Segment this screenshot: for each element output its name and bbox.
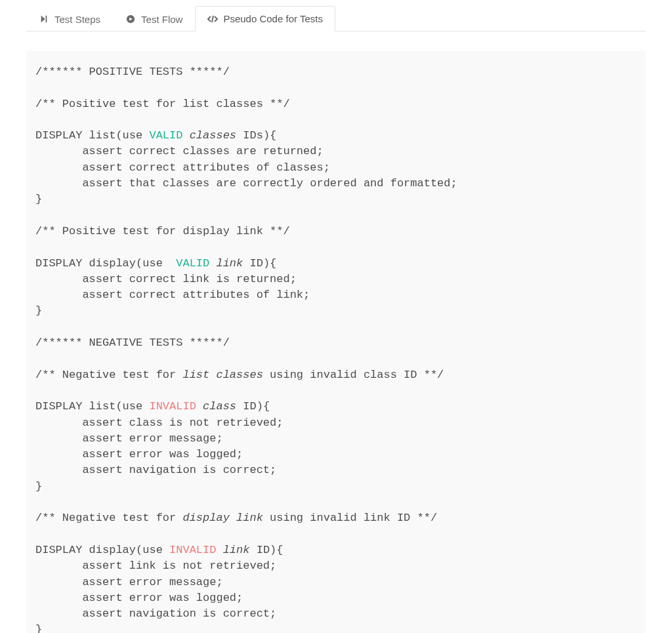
tab-pseudo-code[interactable]: Pseudo Code for Tests — [195, 6, 335, 31]
code-line: assert correct attributes of classes; — [35, 161, 330, 174]
code-token: using invalid class ID **/ — [263, 369, 444, 381]
code-token-valid: VALID — [149, 129, 182, 142]
code-token: ID){ — [249, 544, 283, 556]
code-token: DISPLAY list(use — [35, 400, 149, 413]
code-token: DISPLAY display(use — [35, 257, 176, 270]
code-token-italic: classes — [190, 129, 236, 142]
code-line: } — [35, 193, 42, 205]
pseudo-code-block: /****** POSITIVE TESTS *****/ /** Positi… — [26, 51, 646, 633]
code-line: /** Positive test for display link **/ — [35, 225, 290, 237]
code-line: assert error was logged; — [35, 448, 243, 460]
code-line: assert error was logged; — [35, 592, 243, 604]
code-line: } — [35, 480, 42, 493]
tab-bar: Test Steps Test Flow Pseudo Code for Tes… — [26, 0, 646, 31]
code-line: assert correct link is returned; — [35, 273, 297, 285]
code-line: } — [35, 623, 42, 633]
code-line: } — [35, 304, 42, 317]
tab-label: Test Steps — [54, 14, 100, 25]
svg-rect-0 — [46, 16, 47, 23]
skip-end-icon — [39, 14, 49, 24]
code-token-invalid: INVALID — [169, 544, 216, 556]
tab-test-flow[interactable]: Test Flow — [113, 6, 195, 31]
code-line: assert that classes are correctly ordere… — [35, 177, 457, 190]
code-line: assert navigation is correct; — [35, 464, 276, 476]
code-line: assert error message; — [35, 432, 223, 445]
code-token-italic: link — [216, 257, 243, 270]
code-token: /** Negative test for — [35, 369, 182, 381]
circle-arrow-icon — [125, 14, 136, 24]
code-token — [196, 400, 203, 413]
code-line: /****** NEGATIVE TESTS *****/ — [35, 337, 230, 349]
code-line: assert navigation is correct; — [35, 607, 276, 620]
code-token — [209, 257, 216, 270]
code-token — [182, 129, 189, 142]
code-token: using invalid link ID **/ — [263, 512, 437, 524]
code-token-invalid: INVALID — [149, 400, 196, 413]
code-token-italic: link — [223, 544, 250, 556]
code-token: DISPLAY list(use — [35, 129, 149, 142]
code-line: /****** POSITIVE TESTS *****/ — [35, 66, 230, 78]
code-line: assert link is not retrieved; — [35, 560, 276, 572]
code-token: /** Negative test for — [35, 512, 182, 524]
code-token: DISPLAY display(use — [35, 544, 169, 556]
code-token — [216, 544, 222, 556]
code-line: assert class is not retrieved; — [35, 417, 283, 429]
code-token-italic: class — [203, 400, 236, 413]
code-token-valid: VALID — [176, 257, 209, 270]
code-token: IDs){ — [236, 129, 276, 142]
code-line: assert correct classes are returned; — [35, 145, 324, 157]
code-icon — [207, 14, 218, 24]
code-line: /** Positive test for list classes **/ — [35, 98, 290, 110]
code-token-italic: display link — [182, 512, 262, 524]
tab-label: Pseudo Code for Tests — [223, 13, 322, 24]
code-token: ID){ — [236, 400, 270, 413]
code-line: assert correct attributes of link; — [35, 289, 310, 301]
code-line: assert error message; — [35, 576, 223, 588]
tab-label: Test Flow — [141, 14, 182, 25]
code-token-italic: list classes — [182, 369, 262, 381]
tab-test-steps[interactable]: Test Steps — [26, 6, 113, 31]
code-token: ID){ — [243, 257, 276, 270]
